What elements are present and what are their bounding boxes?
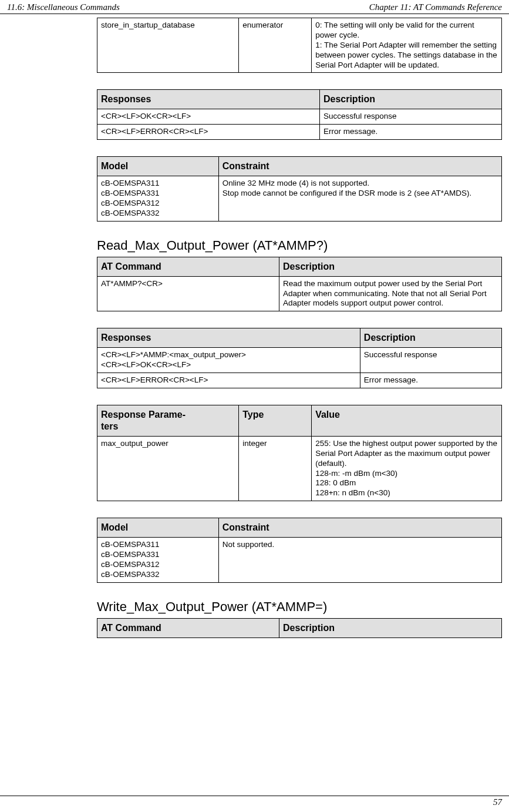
param-value: 255: Use the highest output power suppor… [312, 436, 502, 501]
th-response-parameters: Response Parame- ters [97, 405, 239, 436]
at-cmd: AT*AMMP?<CR> [97, 276, 279, 311]
th-responses: Responses [97, 328, 360, 348]
th-atcommand: AT Command [97, 618, 279, 637]
th-constraint: Constraint [218, 157, 501, 176]
th-model: Model [97, 518, 219, 538]
param-type: enumerator [239, 18, 312, 73]
resp-text: <CR><LF>OK<CR><LF> [97, 109, 320, 125]
resp-desc: Error message. [360, 373, 501, 388]
resp-desc: Successful response [319, 109, 501, 125]
resp-text: <CR><LF>*AMMP:<max_output_power> <CR><LF… [97, 348, 360, 373]
header-rule [0, 14, 509, 14]
header-left: 11.6: Miscellaneous Commands [7, 2, 120, 12]
th-model: Model [97, 157, 219, 176]
th-description: Description [319, 90, 501, 109]
param-name: store_in_startup_database [97, 18, 239, 73]
footer-rule [0, 796, 509, 796]
model-list: cB-OEMSPA311 cB-OEMSPA331 cB-OEMSPA312 c… [97, 538, 219, 583]
page-footer: 57 [0, 796, 509, 807]
header-right: Chapter 11: AT Commands Reference [369, 2, 502, 12]
constraint-text: Online 32 MHz mode (4) is not supported.… [218, 176, 501, 222]
resp-text: <CR><LF>ERROR<CR><LF> [97, 125, 320, 140]
section-title-read: Read_Max_Output_Power (AT*AMMP?) [97, 238, 502, 253]
page-header: 11.6: Miscellaneous Commands Chapter 11:… [0, 0, 509, 14]
section-title-write: Write_Max_Output_Power (AT*AMMP=) [97, 599, 502, 615]
table-at-write: AT Command Description [97, 618, 502, 638]
th-atcommand: AT Command [97, 257, 279, 276]
th-responses: Responses [97, 90, 320, 109]
table-at-read: AT Command Description AT*AMMP?<CR> Read… [97, 257, 502, 312]
table-store-continued: store_in_startup_database enumerator 0: … [97, 18, 502, 73]
resp-text: <CR><LF>ERROR<CR><LF> [97, 373, 360, 388]
th-constraint: Constraint [218, 518, 501, 538]
table-model-constraint-2: Model Constraint cB-OEMSPA311 cB-OEMSPA3… [97, 518, 502, 583]
resp-desc: Error message. [319, 125, 501, 140]
param-type: integer [239, 436, 312, 501]
table-responses-2: Responses Description <CR><LF>*AMMP:<max… [97, 328, 502, 388]
page-content: store_in_startup_database enumerator 0: … [97, 18, 502, 638]
table-model-constraint-1: Model Constraint cB-OEMSPA311 cB-OEMSPA3… [97, 156, 502, 222]
th-description: Description [360, 328, 501, 348]
param-desc: 0: The setting will only be valid for th… [312, 18, 502, 73]
th-value: Value [312, 405, 502, 436]
th-description: Description [279, 618, 502, 637]
constraint-text: Not supported. [218, 538, 501, 583]
th-type: Type [239, 405, 312, 436]
param-name: max_output_power [97, 436, 239, 501]
th-description: Description [279, 257, 502, 276]
table-response-parameters: Response Parame- ters Type Value max_out… [97, 405, 502, 501]
table-responses-1: Responses Description <CR><LF>OK<CR><LF>… [97, 89, 502, 140]
page-number: 57 [0, 797, 509, 807]
resp-desc: Successful response [360, 348, 501, 373]
at-desc: Read the maximum output power used by th… [279, 276, 502, 311]
model-list: cB-OEMSPA311 cB-OEMSPA331 cB-OEMSPA312 c… [97, 176, 219, 222]
